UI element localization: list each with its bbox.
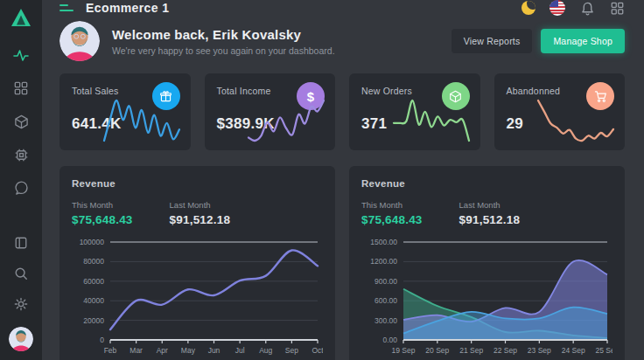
svg-text:1200.00: 1200.00 <box>370 257 397 266</box>
this-month-value: $75,648.43 <box>72 213 133 226</box>
stat-card-abandonned: Abandonned 29 <box>494 73 626 150</box>
settings-gear-icon[interactable] <box>13 296 29 312</box>
welcome-text: Welcome back, Erik Kovalsky We're very h… <box>112 27 335 56</box>
bell-icon[interactable] <box>579 0 595 16</box>
svg-text:20 Sep: 20 Sep <box>425 346 449 355</box>
sparkline-new-orders <box>391 98 472 143</box>
last-month-value: $91,512.18 <box>459 213 521 226</box>
user-avatar <box>60 21 100 61</box>
stat-card-new-orders: New Orders 371 <box>349 73 480 150</box>
last-month-label: Last Month <box>459 200 521 210</box>
svg-text:23 Sep: 23 Sep <box>528 346 551 355</box>
revenue-panel-daily: Revenue This Month $75,648.43 Last Month… <box>349 166 625 360</box>
svg-text:Oct: Oct <box>312 346 323 355</box>
welcome-banner: Welcome back, Erik Kovalsky We're very h… <box>60 21 625 61</box>
panel-stats: This Month $75,648.43 Last Month $91,512… <box>72 200 323 226</box>
svg-text:21 Sep: 21 Sep <box>459 346 483 355</box>
sidebar <box>0 0 42 360</box>
this-month-value: $75,648.43 <box>361 213 423 226</box>
svg-text:100000: 100000 <box>80 238 105 246</box>
banner-actions: View Reports Manage Shop <box>452 29 625 53</box>
topbar: Ecommerce 1 <box>42 0 644 16</box>
system-cpu-icon[interactable] <box>13 147 29 163</box>
panel-title: Revenue <box>361 178 612 189</box>
sparkline-abandonned <box>536 98 616 143</box>
svg-text:Aug: Aug <box>259 346 272 355</box>
svg-text:19 Sep: 19 Sep <box>392 346 416 355</box>
revenue-area-chart: 0.00300.00600.00900.001200.001500.0019 S… <box>361 233 612 360</box>
welcome-title: Welcome back, Erik Kovalsky <box>112 27 335 42</box>
topbar-icons <box>522 0 625 16</box>
this-month-label: This Month <box>361 200 423 210</box>
hamburger-menu-icon[interactable] <box>60 4 74 11</box>
stat-card-total-sales: Total Sales 641.4K <box>60 73 191 150</box>
revenue-line-chart: 020000400006000080000100000FebMarAprMayJ… <box>72 233 323 360</box>
page-title: Ecommerce 1 <box>86 1 169 15</box>
svg-text:Jul: Jul <box>235 346 245 355</box>
welcome-subtitle: We're very happy to see you again on you… <box>112 45 335 56</box>
svg-text:1500.00: 1500.00 <box>370 238 397 246</box>
svg-text:May: May <box>181 346 196 355</box>
app-logo-icon[interactable] <box>10 7 32 28</box>
products-package-icon[interactable] <box>13 114 29 129</box>
svg-text:0: 0 <box>100 336 104 344</box>
svg-text:40000: 40000 <box>83 296 104 305</box>
stat-label: Total Income <box>217 86 271 96</box>
us-flag-icon[interactable] <box>550 0 565 16</box>
manage-shop-button[interactable]: Manage Shop <box>541 29 625 53</box>
stat-card-total-income: Total Income $ $389.9K <box>205 73 336 150</box>
this-month-label: This Month <box>72 200 133 210</box>
revenue-panel-monthly: Revenue This Month $75,648.43 Last Month… <box>60 166 335 360</box>
stat-value: 29 <box>507 115 524 133</box>
svg-text:Apr: Apr <box>157 346 168 355</box>
last-month-label: Last Month <box>170 200 231 210</box>
stat-label: Total Sales <box>72 86 119 96</box>
panel-stats: This Month $75,648.43 Last Month $91,512… <box>361 200 612 226</box>
activity-icon[interactable] <box>13 47 29 63</box>
panel-title: Revenue <box>72 178 323 189</box>
last-month-value: $91,512.18 <box>170 213 231 226</box>
view-reports-button[interactable]: View Reports <box>452 29 533 53</box>
layout-columns-icon[interactable] <box>13 235 29 251</box>
profile-avatar[interactable] <box>9 327 33 351</box>
main-content: Ecommerce 1 Welcome back, Erik Kovalsky … <box>42 0 644 360</box>
apps-grid-icon[interactable] <box>609 0 625 16</box>
svg-text:0.00: 0.00 <box>382 336 397 344</box>
svg-text:Feb: Feb <box>104 346 117 355</box>
moon-icon[interactable] <box>522 1 536 15</box>
svg-text:Sep: Sep <box>285 346 298 355</box>
svg-text:300.00: 300.00 <box>374 316 397 325</box>
svg-text:600.00: 600.00 <box>374 296 397 305</box>
stat-cards-row: Total Sales 641.4K Total Income $ $389.9… <box>60 73 625 150</box>
stat-label: New Orders <box>361 86 412 96</box>
sidebar-nav-bottom <box>9 235 33 351</box>
app-root: Ecommerce 1 Welcome back, Erik Kovalsky … <box>0 0 644 360</box>
search-icon[interactable] <box>13 266 29 281</box>
sparkline-total-sales <box>102 98 182 143</box>
svg-text:25 Sep: 25 Sep <box>596 346 612 355</box>
svg-text:80000: 80000 <box>83 257 104 266</box>
svg-text:22 Sep: 22 Sep <box>494 346 517 355</box>
stat-value: 371 <box>361 115 387 133</box>
sidebar-nav <box>13 47 29 196</box>
svg-text:Jun: Jun <box>208 346 220 355</box>
svg-text:900.00: 900.00 <box>374 277 397 286</box>
stat-label: Abandonned <box>507 86 561 96</box>
svg-text:24 Sep: 24 Sep <box>562 346 585 355</box>
dashboard-grid-icon[interactable] <box>13 80 29 96</box>
sparkline-total-income <box>246 98 326 143</box>
svg-text:Mar: Mar <box>130 346 143 355</box>
svg-text:20000: 20000 <box>83 316 104 325</box>
svg-text:60000: 60000 <box>83 277 104 286</box>
revenue-panels-row: Revenue This Month $75,648.43 Last Month… <box>60 166 625 360</box>
messages-chat-icon[interactable] <box>13 180 29 196</box>
